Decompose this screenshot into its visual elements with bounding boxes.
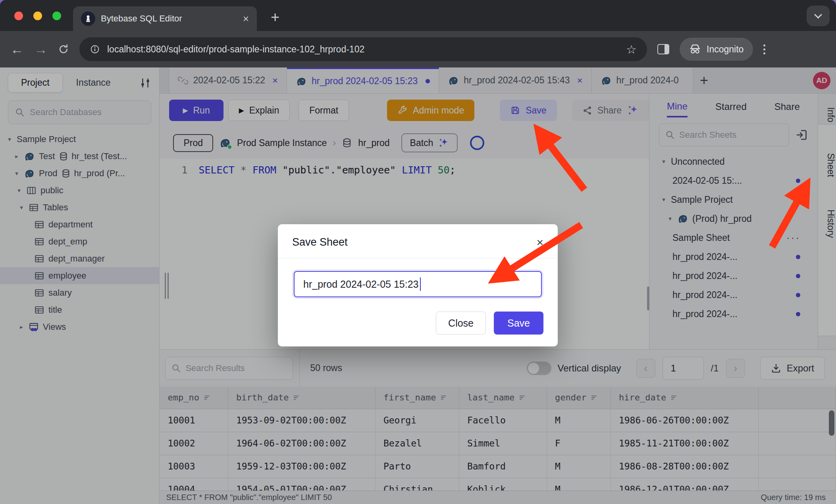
browser-tab-title: Bytebase SQL Editor [101, 13, 237, 24]
sheet-name-input[interactable]: hr_prod 2024-02-05 15:23 [294, 271, 542, 297]
save-sheet-dialog: Save Sheet × hr_prod 2024-02-05 15:23 Cl… [278, 224, 558, 346]
window-zoom-button[interactable] [52, 12, 61, 20]
sql-editor-app: Project Instance ▾ Sample Project ▸ Test… [0, 67, 836, 504]
close-button[interactable]: Close [436, 312, 486, 335]
url-text: localhost:8080/sql-editor/prod-sample-in… [107, 44, 619, 55]
incognito-badge: Incognito [680, 38, 753, 61]
incognito-icon [689, 43, 701, 55]
browser-toolbar: ← → localhost:8080/sql-editor/prod-sampl… [0, 31, 836, 67]
window-close-button[interactable] [14, 12, 23, 20]
bookmark-star-icon[interactable]: ☆ [626, 42, 637, 56]
new-tab-button[interactable]: + [271, 9, 279, 26]
incognito-label: Incognito [707, 44, 744, 55]
address-bar[interactable]: localhost:8080/sql-editor/prod-sample-in… [79, 37, 647, 61]
sheet-name-value: hr_prod 2024-02-05 15:23 [303, 279, 419, 290]
bytebase-favicon [81, 12, 95, 26]
dialog-title: Save Sheet [292, 236, 348, 248]
forward-button[interactable]: → [34, 42, 48, 56]
back-button[interactable]: ← [10, 42, 24, 56]
side-panel-icon[interactable] [657, 44, 669, 54]
window-controls [14, 12, 61, 20]
text-cursor [420, 277, 421, 291]
tab-close-icon[interactable]: × [243, 13, 249, 25]
tab-search-button[interactable] [807, 6, 830, 26]
browser-titlebar: Bytebase SQL Editor × + [0, 0, 836, 31]
browser-menu-button[interactable] [763, 44, 765, 54]
reload-button[interactable] [58, 44, 69, 55]
chevron-down-icon [814, 11, 822, 19]
browser-tab[interactable]: Bytebase SQL Editor × [73, 6, 257, 31]
site-info-icon[interactable] [90, 44, 100, 54]
dialog-close-icon[interactable]: × [536, 237, 543, 248]
save-button[interactable]: Save [494, 312, 543, 335]
window-minimize-button[interactable] [33, 12, 42, 20]
